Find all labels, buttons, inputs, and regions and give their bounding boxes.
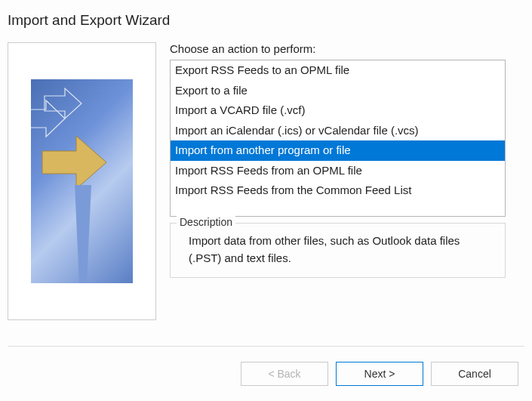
action-list-item[interactable]: Export RSS Feeds to an OPML file xyxy=(171,60,505,81)
action-list-item[interactable]: Import from another program or file xyxy=(171,140,505,161)
next-button[interactable]: Next > xyxy=(336,362,423,386)
separator xyxy=(8,346,524,347)
action-list-item[interactable]: Import RSS Feeds from an OPML file xyxy=(171,161,505,181)
wizard-art-image xyxy=(31,79,133,283)
description-group: Description Import data from other files… xyxy=(170,223,506,278)
wizard-title: Import and Export Wizard xyxy=(0,0,532,42)
description-text: Import data from other files, such as Ou… xyxy=(181,233,494,267)
action-list-item[interactable]: Import RSS Feeds from the Common Feed Li… xyxy=(171,180,505,201)
action-list-item[interactable]: Import a VCARD file (.vcf) xyxy=(171,100,505,121)
wizard-art-panel xyxy=(8,42,156,320)
cancel-button[interactable]: Cancel xyxy=(431,362,518,386)
button-row: < Back Next > Cancel xyxy=(241,362,518,386)
action-list-item[interactable]: Import an iCalendar (.ics) or vCalendar … xyxy=(171,121,505,141)
action-list[interactable]: Export RSS Feeds to an OPML fileExport t… xyxy=(170,60,506,217)
back-button[interactable]: < Back xyxy=(241,362,328,386)
action-prompt: Choose an action to perform: xyxy=(170,42,524,55)
description-legend: Description xyxy=(177,216,235,228)
action-list-item[interactable]: Export to a file xyxy=(171,81,505,101)
